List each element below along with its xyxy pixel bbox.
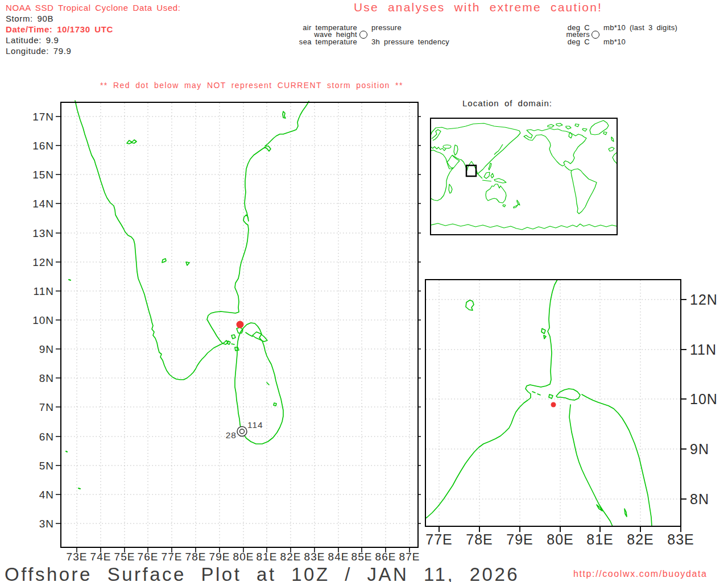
main-map-y-labels: 17N16N15N14N13N12N11N10N9N8N7N6N5N4N3N	[32, 111, 54, 530]
main-map-y-tick-label: 10N	[32, 314, 54, 326]
inset-map-x-tick-label: 82E	[627, 531, 653, 547]
main-map-x-tick-label: 76E	[138, 551, 159, 563]
inset-islets	[466, 300, 546, 395]
main-map-x-tick-label: 79E	[209, 551, 230, 563]
main-map-x-tick-label: 87E	[399, 551, 420, 563]
inset-map-x-tick-label: 81E	[586, 531, 613, 547]
inset-map-x-tick-label: 77E	[425, 531, 452, 547]
plot-title: Offshore Surface Plot at 10Z / JAN 11, 2…	[5, 564, 519, 582]
inset-map-y-tick-label: 12N	[690, 292, 718, 307]
station-sea-temp-value: 28	[226, 430, 237, 440]
main-map-x-tick-label: 81E	[257, 551, 278, 563]
main-map-y-tick-label: 4N	[39, 489, 54, 501]
inset-map-x-tick-label: 78E	[466, 531, 493, 547]
inset-map-ticks	[439, 300, 686, 532]
inset-storm-dot	[551, 402, 556, 408]
inset-map-y-tick-label: 9N	[690, 441, 709, 457]
india-coastline	[75, 101, 309, 380]
buoydata-link[interactable]: http://coolwx.com/buoydata	[573, 569, 707, 579]
world-map-coastlines	[431, 120, 617, 230]
main-map-x-tick-label: 73E	[67, 551, 88, 563]
main-map-y-tick-label: 9N	[39, 343, 54, 355]
inset-map-x-tick-label: 80E	[547, 531, 573, 547]
main-map-x-tick-label: 83E	[304, 551, 325, 563]
main-map-y-tick-label: 17N	[32, 111, 54, 123]
main-map-x-tick-label: 86E	[375, 551, 396, 563]
main-map-ticks	[56, 117, 421, 552]
main-map-coastlines	[66, 101, 309, 489]
inset-map-x-labels: 77E78E79E80E81E82E83E	[425, 531, 694, 547]
station-pressure-value: 114	[247, 420, 263, 430]
inset-map-x-tick-label: 83E	[667, 531, 694, 547]
main-map-x-tick-label: 75E	[114, 551, 135, 563]
inset-map-y-tick-label: 8N	[690, 491, 709, 507]
jaffna-islets	[231, 327, 267, 351]
main-map-x-tick-label: 85E	[351, 551, 373, 563]
main-map-y-tick-label: 11N	[34, 285, 54, 297]
tiny-specks	[66, 280, 80, 489]
station-outer-circle	[237, 427, 247, 436]
main-map-x-tick-label: 74E	[90, 551, 111, 563]
main-map-y-tick-label: 14N	[32, 198, 54, 210]
storm-dot	[237, 321, 244, 329]
main-map-y-tick-label: 8N	[39, 372, 54, 384]
main-map-x-tick-label: 77E	[162, 551, 183, 563]
inset-map-y-labels: 12N11N10N9N8N	[690, 292, 718, 507]
station-plot: 114 28	[226, 420, 263, 440]
inset-lagoons	[597, 505, 627, 517]
main-map-x-tick-label: 78E	[185, 551, 206, 563]
main-map-x-tick-label: 84E	[328, 551, 349, 563]
main-map-y-tick-label: 15N	[32, 169, 54, 181]
main-map-y-tick-label: 5N	[39, 460, 54, 472]
small-islets	[127, 111, 286, 406]
main-map-x-tick-label: 82E	[280, 551, 301, 563]
main-map-x-tick-label: 80E	[233, 551, 254, 563]
main-map-y-tick-label: 12N	[32, 256, 54, 268]
map-canvas: 73E74E75E76E77E78E79E80E81E82E83E84E85E8…	[0, 0, 728, 582]
inset-sl-east-coast	[582, 394, 652, 526]
buoy-plot-page: { "header": { "source_note": "NOAA SSD T…	[0, 0, 728, 582]
main-map-x-labels: 73E74E75E76E77E78E79E80E81E82E83E84E85E8…	[67, 551, 420, 563]
world-map-frame	[431, 118, 617, 235]
inset-map-x-tick-label: 79E	[506, 531, 533, 547]
inset-map-coastlines	[425, 280, 652, 526]
inset-map-y-tick-label: 11N	[690, 342, 717, 357]
inset-jaffna	[549, 389, 580, 400]
main-map-y-tick-label: 3N	[39, 518, 54, 530]
main-map-y-tick-label: 7N	[39, 401, 54, 413]
inset-map-y-tick-label: 10N	[690, 391, 718, 407]
inset-sl-west-coast	[569, 405, 613, 526]
main-map-y-tick-label: 6N	[39, 431, 54, 443]
main-map-y-tick-label: 16N	[32, 140, 54, 152]
main-map-y-tick-label: 13N	[32, 227, 54, 239]
